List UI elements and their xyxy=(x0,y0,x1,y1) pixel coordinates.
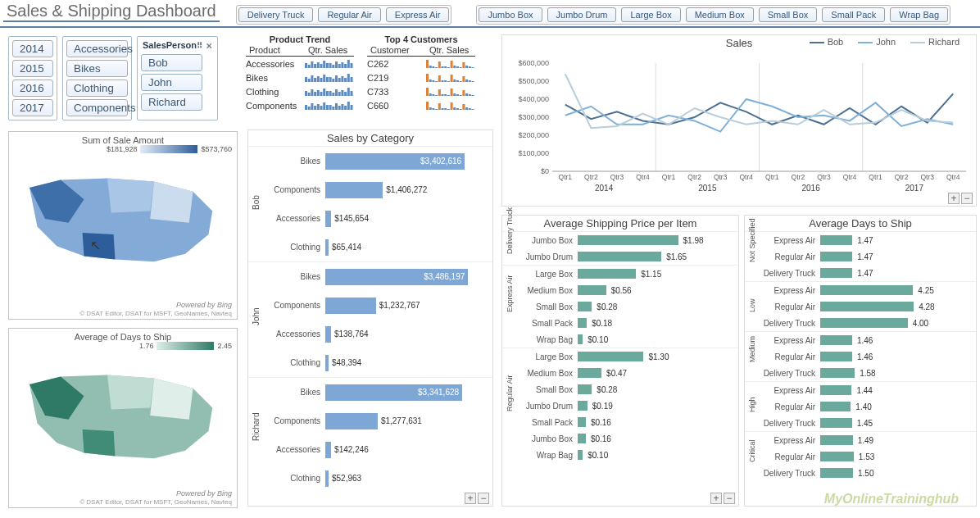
svg-text:Qtr3: Qtr3 xyxy=(714,173,728,181)
svg-rect-79 xyxy=(472,67,474,68)
svg-rect-32 xyxy=(305,91,307,96)
clear-filter-icon[interactable]: ⨯ xyxy=(206,41,212,50)
category-btn-components[interactable]: Components xyxy=(66,99,128,116)
line-zoom-out-icon[interactable]: − xyxy=(961,193,973,204)
sales-by-category-chart[interactable]: Sales by Category Bob Bikes $3,402,616 C… xyxy=(247,130,493,507)
top-customer-row: C660 xyxy=(367,98,475,112)
top-customer-row: C733 xyxy=(367,84,475,98)
avg-shipping-price-chart[interactable]: Average Shipping Price per Item Delivery… xyxy=(501,215,739,507)
year-btn-2014[interactable]: 2014 xyxy=(12,40,53,57)
sbc-bar: Components $1,406,272 xyxy=(266,175,492,204)
svg-rect-121 xyxy=(453,107,456,110)
zoom-in-icon[interactable]: + xyxy=(465,493,476,504)
svg-rect-21 xyxy=(320,78,323,82)
category-btn-accessories[interactable]: Accessories xyxy=(66,40,128,57)
svg-rect-123 xyxy=(460,109,462,110)
teal-bar: Delivery Truck 1.58 xyxy=(761,365,976,381)
teal-bar: Jumbo Drum $0.19 xyxy=(519,398,738,414)
svg-rect-34 xyxy=(311,89,313,96)
svg-rect-118 xyxy=(444,108,447,110)
person-btn-bob[interactable]: Bob xyxy=(141,54,202,71)
svg-rect-33 xyxy=(308,93,311,96)
container-pill-small-pack[interactable]: Small Pack xyxy=(822,7,885,22)
teal-bar: Express Air 1.49 xyxy=(761,432,976,448)
svg-text:$300,000: $300,000 xyxy=(518,113,549,121)
teal-bar: Jumbo Box $0.16 xyxy=(519,430,738,447)
year-btn-2015[interactable]: 2015 xyxy=(12,60,53,77)
svg-rect-19 xyxy=(314,78,316,82)
year-btn-2017[interactable]: 2017 xyxy=(12,99,53,116)
svg-rect-0 xyxy=(305,63,307,68)
svg-rect-4 xyxy=(317,62,320,68)
svg-rect-49 xyxy=(308,107,311,110)
svg-rect-108 xyxy=(462,90,465,96)
svg-text:$100,000: $100,000 xyxy=(518,149,549,157)
svg-text:Qtr4: Qtr4 xyxy=(946,173,960,181)
svg-rect-90 xyxy=(456,80,459,82)
svg-rect-100 xyxy=(438,89,441,96)
svg-rect-105 xyxy=(453,93,456,96)
category-btn-bikes[interactable]: Bikes xyxy=(66,60,128,77)
svg-rect-74 xyxy=(456,66,459,68)
svg-rect-11 xyxy=(338,64,341,68)
teal-bar: Wrap Bag $0.10 xyxy=(519,331,738,348)
category-btn-clothing[interactable]: Clothing xyxy=(66,80,128,97)
teal-bar: Medium Box $0.56 xyxy=(519,282,738,298)
sp-zoom-in-icon[interactable]: + xyxy=(710,493,722,504)
sbc-bar: Accessories $138,764 xyxy=(266,320,492,348)
svg-rect-91 xyxy=(460,81,462,82)
sbc-bar: Components $1,277,631 xyxy=(266,407,492,435)
ship-mode-pill-delivery-truck[interactable]: Delivery Truck xyxy=(238,7,314,22)
teal-bar: Delivery Truck 1.45 xyxy=(761,415,976,431)
svg-text:$0: $0 xyxy=(541,167,549,175)
svg-rect-16 xyxy=(305,77,307,82)
container-pill-medium-box[interactable]: Medium Box xyxy=(686,7,754,22)
svg-rect-104 xyxy=(451,89,453,96)
teal-bar: Small Pack $0.18 xyxy=(519,315,738,331)
svg-rect-77 xyxy=(465,66,468,68)
svg-rect-89 xyxy=(453,80,456,82)
container-pill-large-box[interactable]: Large Box xyxy=(621,7,680,22)
svg-rect-2 xyxy=(311,61,313,68)
svg-rect-61 xyxy=(344,106,347,110)
svg-rect-35 xyxy=(314,92,316,96)
container-pill-small-box[interactable]: Small Box xyxy=(759,7,818,22)
svg-rect-126 xyxy=(469,108,471,110)
zoom-out-icon[interactable]: − xyxy=(478,493,489,504)
map2-legend-max: 2.45 xyxy=(217,342,232,350)
teal-bar: Delivery Truck 1.50 xyxy=(761,465,976,481)
svg-text:Qtr1: Qtr1 xyxy=(869,173,882,181)
svg-rect-1 xyxy=(308,65,311,68)
svg-rect-127 xyxy=(472,109,474,110)
ship-mode-pill-regular-air[interactable]: Regular Air xyxy=(318,7,380,22)
person-btn-richard[interactable]: Richard xyxy=(141,93,202,111)
sales-map[interactable]: Sum of Sale Amount $181,928$573,760 Powe… xyxy=(8,131,238,320)
line-zoom-in-icon[interactable]: + xyxy=(948,193,960,204)
days-map-title: Average of Days to Ship xyxy=(14,332,232,342)
year-slicer: 2014201520162017 xyxy=(8,36,57,120)
svg-rect-18 xyxy=(311,75,313,82)
svg-text:Qtr1: Qtr1 xyxy=(559,173,573,181)
container-pill-wrap-bag[interactable]: Wrap Bag xyxy=(890,7,948,22)
multiselect-icon[interactable]: ⠿ xyxy=(197,41,202,50)
teal-bar: Small Pack $0.16 xyxy=(519,414,738,430)
svg-rect-120 xyxy=(451,102,453,110)
container-pill-jumbo-box[interactable]: Jumbo Box xyxy=(479,7,542,22)
svg-rect-113 xyxy=(429,107,432,110)
year-btn-2016[interactable]: 2016 xyxy=(12,80,53,97)
col-cust-qtr: Qtr. Sales xyxy=(426,44,475,56)
container-pill-jumbo-drum[interactable]: Jumbo Drum xyxy=(547,7,617,22)
teal-bar: Small Box $0.28 xyxy=(519,298,738,315)
person-btn-john[interactable]: John xyxy=(141,74,202,91)
sbc-bar: Bikes $3,341,628 xyxy=(266,378,492,407)
product-trend-row: Bikes xyxy=(246,70,354,84)
svg-text:2016: 2016 xyxy=(802,184,821,193)
teal-bar: Large Box $1.15 xyxy=(519,266,738,282)
svg-rect-114 xyxy=(432,108,434,110)
avg-days-to-ship-chart[interactable]: Average Days to Ship Not Specified Expre… xyxy=(744,215,977,507)
sbc-bar: Accessories $142,246 xyxy=(266,435,492,464)
days-map[interactable]: Average of Days to Ship 1.762.45 Powered… xyxy=(8,328,238,508)
sales-line-chart[interactable]: Sales Bob John Richard $0$100,000$200,00… xyxy=(501,34,977,207)
ship-mode-pill-express-air[interactable]: Express Air xyxy=(386,7,450,22)
sp-zoom-out-icon[interactable]: − xyxy=(724,493,735,504)
